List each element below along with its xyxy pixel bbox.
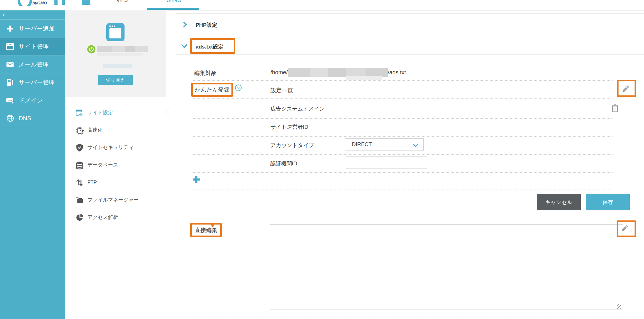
server-subname-redacted (97, 53, 143, 56)
selected-menu-pointer (164, 107, 176, 119)
sidebar-item-domain[interactable]: .com ドメイン (0, 91, 65, 109)
save-button[interactable]: 保存 (586, 194, 630, 210)
panel-item-label: サイトセキュリティ (87, 144, 134, 151)
trash-icon[interactable] (611, 104, 619, 114)
help-icon[interactable]: ? (235, 84, 242, 93)
svg-text:?: ? (237, 86, 240, 90)
pie-chart-icon (75, 214, 84, 222)
logo-letter-fragment (82, 0, 90, 5)
edit-target-path: /home/ /ads.txt (270, 66, 406, 79)
panel-item-label: アクセス解析 (87, 214, 118, 221)
annotation-dot (211, 223, 214, 227)
sidebar-item-server-management[interactable]: サーバー管理 (0, 73, 65, 91)
path-redacted-faint (346, 76, 382, 80)
annotation-box-easy-register: かんたん登録 (191, 83, 233, 97)
panel-item-label: サイト設定 (87, 110, 113, 116)
plus-icon (6, 25, 14, 33)
globe-icon (6, 114, 14, 122)
adstxt-section-header[interactable]: ads.txt設定 (196, 43, 224, 50)
svg-text:.com: .com (7, 99, 13, 102)
conoha-logo (18, 0, 32, 6)
site-owner-id-input[interactable] (346, 120, 427, 132)
panel-item-label: ファイルマネージャー (87, 197, 139, 203)
dotted-divider (193, 118, 613, 119)
dotted-divider (193, 98, 613, 99)
panel-item-speed[interactable]: 高速化 (65, 122, 165, 139)
stopwatch-icon (75, 126, 84, 134)
easy-register-label: かんたん登録 (193, 84, 231, 95)
sidebar-item-label: サイト管理 (19, 43, 49, 51)
panel-item-site-settings[interactable]: サイト設定 (65, 104, 165, 122)
power-status-icon (87, 45, 96, 55)
browser-icon (6, 43, 14, 51)
php-section-header[interactable]: PHP設定 (196, 21, 217, 29)
sidebar-item-label: メール管理 (19, 60, 49, 69)
shield-check-icon (75, 144, 84, 152)
logo-letter-fragment (62, 0, 65, 5)
active-tab-underline (147, 8, 199, 10)
panel-item-label: FTP (87, 180, 97, 185)
resize-handle[interactable] (617, 304, 621, 309)
panel-item-ftp[interactable]: FTP (65, 174, 165, 191)
dotted-divider (193, 190, 613, 190)
logo-letter-fragment (54, 0, 58, 5)
top-header: byGMO VPS WING (0, 0, 644, 11)
chevron-down-icon (181, 44, 187, 49)
sidebar-divider (0, 127, 65, 127)
logo-byline: byGMO (32, 1, 47, 5)
path-prefix: /home/ (270, 69, 288, 76)
sidebar-item-site-management[interactable]: サイト管理 (0, 37, 65, 55)
direct-edit-label: 直接編集 (192, 225, 220, 236)
mail-icon (6, 60, 14, 69)
account-type-select[interactable]: DIRECT (345, 138, 424, 151)
sidebar-item-dns[interactable]: DNS (0, 109, 65, 127)
sidebar-item-add-server[interactable]: サーバー追加 (0, 19, 65, 37)
chevron-down-icon (413, 143, 418, 148)
section-divider (176, 54, 644, 55)
field-label-cert-authority-id: 認証機関ID (270, 160, 297, 167)
panel-item-site-security[interactable]: サイトセキュリティ (65, 139, 165, 156)
panel-item-file-manager[interactable]: ファイルマネージャー (65, 191, 165, 209)
panel-item-access-analytics[interactable]: アクセス解析 (65, 209, 165, 226)
tab-wing[interactable]: WING (166, 0, 182, 3)
server-panel: 切り替え サイト設定 高速化 (65, 10, 166, 319)
cert-authority-id-input[interactable] (346, 157, 427, 168)
field-label-site-owner-id: サイト運営者ID (270, 123, 308, 131)
dotted-divider (193, 80, 613, 81)
server-info-card: 切り替え (65, 10, 166, 97)
sidebar-collapse-icon[interactable]: ‹ (3, 11, 5, 18)
panel-item-database[interactable]: データベース (65, 157, 165, 174)
sidebar-item-label: DNS (19, 115, 31, 122)
dotted-divider (193, 154, 613, 155)
sidebar-item-label: ドメイン (19, 96, 43, 105)
panel-item-label: 高速化 (87, 127, 103, 134)
sidebar-item-label: サーバー管理 (19, 78, 55, 87)
field-label-account-type: アカウントタイプ (270, 142, 314, 149)
edit-pencil-icon[interactable] (620, 223, 630, 234)
add-row-icon[interactable] (192, 175, 201, 185)
ftp-arrows-icon (75, 179, 84, 187)
database-icon (75, 161, 84, 169)
cancel-button[interactable]: キャンセル (537, 194, 581, 210)
direct-edit-textarea[interactable] (270, 224, 623, 310)
sidebar-item-label: サーバー追加 (19, 25, 55, 33)
section-divider (176, 13, 644, 14)
site-settings-icon (75, 109, 84, 117)
folders-icon (75, 196, 84, 204)
panel-item-label: データベース (87, 162, 118, 168)
annotation-box-direct-edit: 直接編集 (190, 223, 222, 237)
settings-list-label: 設定一覧 (270, 87, 293, 94)
server-tower-icon (6, 78, 14, 87)
switch-server-button[interactable]: 切り替え (98, 75, 133, 85)
edit-pencil-icon[interactable] (621, 83, 631, 95)
site-thumbnail-icon (106, 23, 125, 41)
chevron-right-icon (183, 21, 187, 29)
account-type-value: DIRECT (352, 141, 372, 148)
edit-target-label: 編集対象 (194, 69, 217, 77)
server-name-redacted (97, 46, 148, 52)
sidebar-item-mail-management[interactable]: メール管理 (0, 55, 65, 73)
ad-system-domain-input[interactable] (346, 102, 427, 114)
tab-vps[interactable]: VPS (116, 0, 128, 3)
domain-com-icon: .com (6, 96, 14, 105)
dotted-divider (186, 318, 641, 318)
